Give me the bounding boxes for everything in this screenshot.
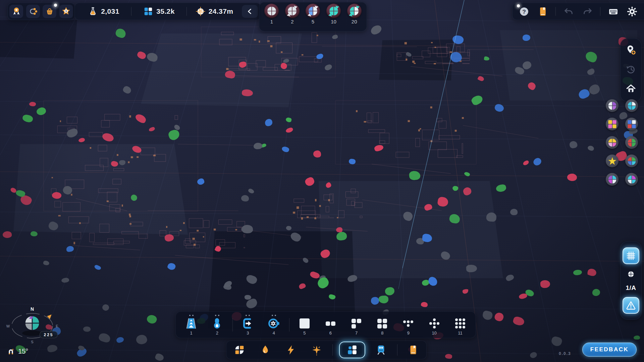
currency-value: 24.37m [209,7,233,15]
variant-dots [189,314,194,317]
milestone-shape-1[interactable]: 1 [262,4,281,24]
build-tool-8[interactable]: 8 [372,314,393,336]
hotkey-label: 6 [329,330,332,336]
undo-icon [563,6,574,17]
top-right-menu: ? [512,3,644,20]
milestone-count: 2 [291,19,293,24]
build-tool-7[interactable]: 7 [346,314,367,336]
variant-dots [272,314,276,317]
variant-dots [246,314,250,317]
hotkey-label: 10 [432,330,436,336]
milestone-shape-5[interactable]: 5 [304,4,322,24]
hotkey-label: 2 [216,330,218,336]
divider [600,7,600,16]
milestone-shape-10[interactable]: 10 [324,4,343,24]
category-fluids[interactable] [256,343,275,357]
layout-icon [401,317,415,330]
layer-indicator[interactable]: 1/A [626,284,636,292]
train-icon [375,344,387,356]
build-tool-10[interactable]: 10 [424,314,445,336]
quest-shape-icon [627,156,637,166]
build-tool-1[interactable]: 1 [180,314,202,336]
compass-north: N [31,306,34,312]
quest-shape-icon [627,137,637,148]
quest-3-badge[interactable] [606,118,619,130]
build-tool-5[interactable]: 5 [294,314,315,336]
hotkey-label: 4 [273,330,275,336]
platforms-value: 35.2k [156,7,175,15]
quest-7-badge[interactable] [606,155,619,167]
category-knowledge[interactable] [404,343,423,357]
quest-2-badge[interactable] [625,99,638,112]
quest-5-badge[interactable] [606,136,619,149]
shortcuts-button[interactable] [607,5,619,17]
category-shapes[interactable] [230,343,249,357]
settings-button[interactable] [626,5,638,17]
category-platform-layouts[interactable] [339,342,365,358]
build-tool-11[interactable]: 11 [449,314,471,336]
research-tree-button[interactable] [26,5,40,18]
science-value: 2,031 [101,7,119,15]
shape-overlay-button[interactable] [626,269,636,279]
svg-text:B: B [199,9,202,13]
shop-button[interactable] [43,5,56,18]
quest-8-badge[interactable] [625,155,638,167]
bolt-icon [285,344,297,356]
trajectory-line [0,0,644,362]
feedback-button[interactable]: FEEDBACK [582,343,637,357]
grid-overlay-button[interactable] [623,247,639,264]
knowledge-button[interactable] [537,5,549,17]
category-toolbar [226,341,427,359]
milestone-star-button[interactable]: 1 [59,5,73,18]
science-stat: 2,031 [79,6,128,16]
layout-icon [428,317,441,330]
compass-west: W [6,324,10,328]
medal-icon [11,6,21,16]
redo-icon [582,6,593,17]
divider [186,7,187,16]
collapse-stats-button[interactable] [242,5,258,18]
currency-icon: B [196,6,206,16]
waypoints-button[interactable] [625,44,637,58]
quest-9-badge[interactable] [606,173,619,186]
compass[interactable]: N W E S [3,302,64,346]
milestone-shape-20[interactable]: 20 [345,4,364,24]
warning-icon [626,300,636,311]
help-button[interactable]: ? [518,5,530,17]
alerts-overlay-button[interactable] [623,297,639,314]
history-icon [625,63,637,75]
milestone-count: 20 [352,19,357,24]
help-icon: ? [519,6,530,17]
divider [397,344,397,356]
build-tool-9[interactable]: 9 [397,314,419,336]
quest-1-badge[interactable] [606,99,619,112]
build-tool-2[interactable]: 2 [206,314,228,336]
side-quest-badges [606,99,639,187]
home-button[interactable] [625,82,637,96]
layout-icon [350,317,363,330]
shape-icon [266,5,277,17]
build-tool-4[interactable]: 4 [263,314,284,336]
hotkey-label: 9 [407,330,410,336]
gear-icon [627,6,638,17]
divider [232,318,233,331]
achievements-button[interactable] [9,5,23,18]
quest-6-badge[interactable] [625,136,638,149]
build-tool-3[interactable]: 3 [237,314,259,336]
quest-10-badge[interactable] [625,173,638,186]
layout-icon [376,317,389,330]
category-trains[interactable] [371,343,391,357]
keyboard-icon [608,6,619,17]
belt-icon [184,317,198,330]
quest-shape-icon [607,119,618,129]
quest-shape-icon [607,174,618,185]
sparkle-icon [311,344,322,356]
build-tool-6[interactable]: 6 [320,314,341,336]
milestone-shape-2[interactable]: 2 [283,4,302,24]
quest-4-badge[interactable] [625,118,638,130]
pinplus-icon [625,44,637,56]
home-icon [625,82,637,95]
category-energy[interactable] [281,343,301,357]
build-toolbar: 1234567891011 [175,311,476,338]
category-space[interactable] [307,343,326,357]
